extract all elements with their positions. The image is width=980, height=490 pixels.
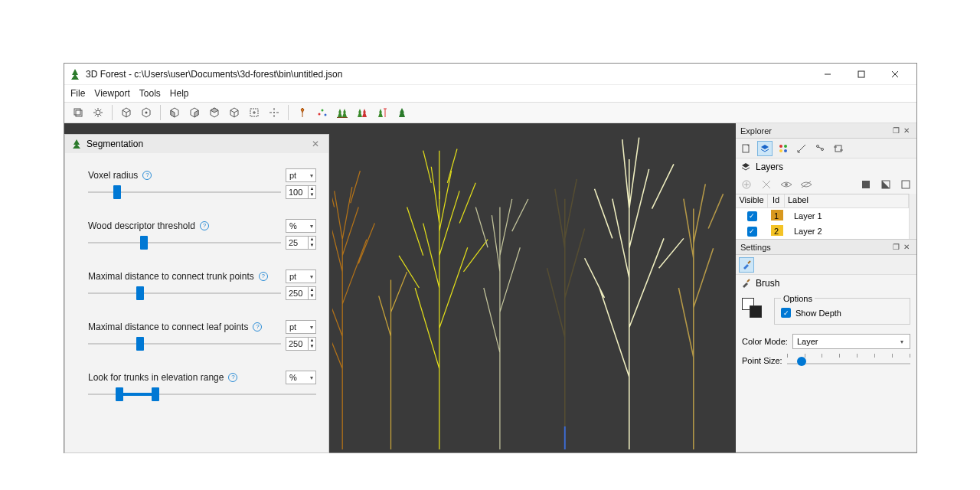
svg-rect-4 <box>74 109 80 115</box>
show-layer-icon[interactable] <box>780 178 792 191</box>
explorer-tab-measure[interactable] <box>794 141 809 156</box>
tool-view-top[interactable] <box>205 103 224 122</box>
tree-icon <box>71 139 82 149</box>
menu-help[interactable]: Help <box>170 88 189 99</box>
menubar: File Viewport Tools Help <box>64 85 916 102</box>
explorer-tab-files[interactable] <box>739 141 754 156</box>
hide-layer-icon[interactable] <box>800 178 812 191</box>
color-mode-select[interactable]: Layer▾ <box>792 334 910 349</box>
tool-segment-seed[interactable] <box>293 103 312 122</box>
svg-line-12 <box>100 115 101 116</box>
viewport-right[interactable] <box>535 126 733 449</box>
col-id[interactable]: Id <box>768 194 785 207</box>
svg-rect-30 <box>332 126 531 449</box>
elevation-range-unit[interactable]: %▾ <box>286 371 316 384</box>
svg-point-26 <box>325 114 327 116</box>
svg-point-36 <box>779 145 782 148</box>
select-all-icon[interactable] <box>860 178 872 191</box>
tool-segment-points[interactable] <box>313 103 332 122</box>
tool-forest-b[interactable] <box>353 103 371 122</box>
menu-viewport[interactable]: Viewport <box>94 88 129 99</box>
leaf-distance-unit[interactable]: pt▾ <box>286 320 316 334</box>
explorer-tab-classes[interactable] <box>776 141 791 156</box>
add-layer-icon[interactable] <box>740 178 753 191</box>
wood-threshold-slider[interactable] <box>88 236 281 250</box>
settings-undock-icon[interactable]: ❐ <box>890 243 901 251</box>
table-row[interactable]: ✓ 2 Layer 2 <box>736 224 909 239</box>
tool-copy[interactable] <box>69 103 87 122</box>
visible-checkbox[interactable]: ✓ <box>747 227 757 237</box>
svg-point-24 <box>318 113 321 116</box>
select-invert-icon[interactable] <box>880 178 892 191</box>
color-mode-label: Color Mode: <box>742 337 788 346</box>
segmentation-close-icon[interactable]: ✕ <box>309 139 322 149</box>
select-none-icon[interactable] <box>900 178 912 191</box>
settings-tab-brush[interactable] <box>739 257 754 273</box>
voxel-radius-value[interactable]: 100▲▼ <box>286 185 316 199</box>
svg-rect-5 <box>76 110 82 116</box>
elevation-range-slider[interactable] <box>88 387 316 401</box>
explorer-tab-graph[interactable] <box>812 141 828 156</box>
voxel-radius-slider[interactable] <box>88 185 281 199</box>
trunk-distance-unit[interactable]: pt▾ <box>286 270 316 283</box>
explorer-tab-layers[interactable] <box>757 141 773 156</box>
explorer-undock-icon[interactable]: ❐ <box>890 126 901 135</box>
tool-forest-a[interactable] <box>333 103 351 122</box>
tool-settings[interactable] <box>89 103 107 122</box>
trunk-distance-slider[interactable] <box>88 286 281 300</box>
maximize-button[interactable] <box>844 64 878 85</box>
tool-cube-wire[interactable] <box>117 103 136 122</box>
col-label[interactable]: Label <box>785 194 909 207</box>
svg-line-60 <box>747 279 750 282</box>
col-visible[interactable]: Visible <box>736 194 768 207</box>
help-icon[interactable]: ? <box>253 322 262 332</box>
tool-tree-single[interactable] <box>393 103 411 122</box>
layer-label: Layer 1 <box>791 211 909 220</box>
trunk-distance-value[interactable]: 250▲▼ <box>286 286 316 300</box>
leaf-distance-value[interactable]: 250▲▼ <box>286 337 316 351</box>
minimize-button[interactable] <box>811 64 844 85</box>
show-depth-checkbox[interactable]: ✓ <box>781 308 791 318</box>
svg-rect-56 <box>862 181 870 188</box>
leaf-distance-slider[interactable] <box>88 337 281 351</box>
color-swatches[interactable] <box>742 298 763 319</box>
voxel-radius-unit[interactable]: pt▾ <box>286 168 316 182</box>
settings-close-icon[interactable]: ✕ <box>901 243 912 251</box>
help-icon[interactable]: ? <box>200 221 209 230</box>
visible-checkbox[interactable]: ✓ <box>747 211 757 221</box>
tool-view-side[interactable] <box>185 103 204 122</box>
close-button[interactable] <box>878 64 912 85</box>
tool-view-iso[interactable] <box>225 103 243 122</box>
tool-fit[interactable] <box>245 103 263 122</box>
tool-tree-height[interactable] <box>373 103 391 122</box>
svg-line-40 <box>798 145 805 152</box>
wood-threshold-unit[interactable]: %▾ <box>286 219 316 233</box>
tool-view-front[interactable] <box>165 103 184 122</box>
layers-scrollbar[interactable] <box>909 194 916 239</box>
wood-threshold-value[interactable]: 25▲▼ <box>286 236 316 250</box>
viewport-left[interactable] <box>332 126 531 449</box>
options-legend: Options <box>781 294 815 303</box>
explorer-tabs <box>736 139 916 158</box>
layers-actions <box>736 175 916 194</box>
help-icon[interactable]: ? <box>259 272 268 281</box>
explorer-close-icon[interactable]: ✕ <box>901 126 912 135</box>
tool-cube-wire-b[interactable] <box>137 103 155 122</box>
elevation-range-label: Look for trunks in elevation range <box>88 372 224 383</box>
tool-center[interactable] <box>265 103 283 122</box>
layers-icon <box>740 162 751 172</box>
help-icon[interactable]: ? <box>228 373 237 382</box>
explorer-tab-crop[interactable] <box>831 141 846 156</box>
point-size-slider[interactable] <box>787 354 910 368</box>
menu-tools[interactable]: Tools <box>139 88 161 99</box>
delete-layer-icon[interactable] <box>760 178 773 191</box>
point-size-label: Point Size: <box>742 356 782 365</box>
table-row[interactable]: ✓ 1 Layer 1 <box>736 208 909 224</box>
help-icon[interactable]: ? <box>142 171 152 180</box>
leaf-distance-label: Maximal distance to connect leaf points <box>88 322 248 332</box>
settings-tabs <box>736 255 916 275</box>
settings-panel: Settings ❐ ✕ Brush <box>736 240 916 452</box>
toolbar <box>64 102 916 123</box>
layers-table: Visible Id Label ✓ 1 Layer 1 ✓ 2 L <box>736 194 909 239</box>
menu-file[interactable]: File <box>70 88 85 99</box>
